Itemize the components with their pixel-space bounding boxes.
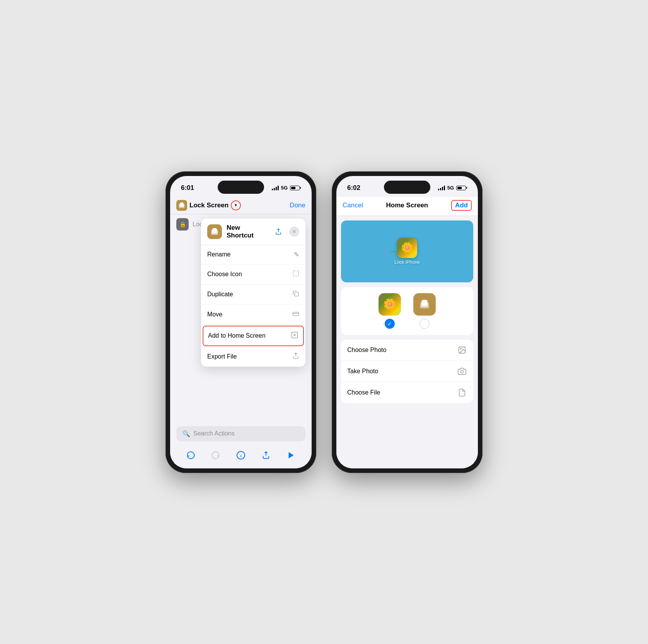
- dropdown-close-btn[interactable]: ✕: [289, 227, 299, 237]
- menu-list: Choose Photo Take Photo: [341, 340, 473, 403]
- icon-option-photo[interactable]: 🌼 ✓ →: [379, 293, 401, 329]
- export-svg: [292, 352, 299, 359]
- shortcut-thumb-svg: [419, 299, 430, 310]
- duplicate-svg: [292, 290, 299, 297]
- icon-option-shortcut[interactable]: [413, 293, 436, 329]
- menu-row-choose-photo[interactable]: Choose Photo: [341, 340, 473, 361]
- dropdown-item-add-home[interactable]: Add to Home Screen: [203, 326, 304, 346]
- radio-empty[interactable]: [419, 319, 430, 329]
- move-label: Move: [207, 311, 222, 318]
- choose-photo-label: Choose Photo: [347, 347, 386, 354]
- take-photo-icon: [457, 366, 467, 376]
- preview-app-label: Lock iPhone: [394, 260, 420, 265]
- svg-rect-2: [180, 202, 184, 206]
- camera-icon-svg: [458, 367, 466, 376]
- rename-label: Rename: [207, 251, 230, 258]
- share-btn[interactable]: [259, 448, 273, 462]
- choose-file-icon: [457, 388, 467, 398]
- bar2b: [440, 188, 441, 190]
- dropdown-item-move[interactable]: Move: [201, 305, 305, 325]
- menu-row-take-photo[interactable]: Take Photo: [341, 361, 473, 382]
- photo-icon-svg: [458, 346, 466, 354]
- undo-btn[interactable]: [184, 448, 198, 462]
- svg-point-20: [460, 348, 461, 349]
- choose-icon-svg: [292, 270, 299, 277]
- dropdown-share-btn[interactable]: [272, 225, 285, 238]
- preview-area: 🌼 Lock iPhone →: [341, 220, 473, 282]
- bar4b: [444, 186, 445, 190]
- status-time-1: 6:01: [181, 184, 194, 192]
- nav-add-btn[interactable]: Add: [451, 200, 472, 211]
- redo-btn[interactable]: [209, 448, 223, 462]
- bar3: [276, 187, 277, 190]
- svg-rect-6: [293, 271, 298, 276]
- status-time-2: 6:02: [347, 184, 360, 192]
- dropdown-item-rename[interactable]: Rename ✎: [201, 245, 305, 265]
- dropdown-item-export[interactable]: Export File: [201, 347, 305, 367]
- dropdown-header: New Shortcut ✕: [201, 219, 305, 245]
- phone1-content: Lock Screen ▾ Done 🔒 Loc…: [170, 197, 312, 468]
- red-arrow-radio: →: [382, 319, 389, 328]
- nav-bar-1: Lock Screen ▾ Done: [170, 197, 312, 214]
- nav-title-row: Lock Screen ▾: [176, 200, 241, 211]
- svg-rect-8: [293, 312, 299, 316]
- nav-done-btn[interactable]: Done: [290, 202, 305, 209]
- status-icons-2: 5G: [438, 185, 467, 191]
- bar4: [278, 186, 279, 190]
- search-bar[interactable]: 🔍 Search Actions: [176, 426, 305, 441]
- svg-rect-18: [422, 300, 427, 306]
- signal-label-1: 5G: [281, 185, 288, 191]
- svg-rect-7: [295, 292, 298, 296]
- svg-rect-5: [213, 228, 217, 232]
- phone-2: 6:02 5G Cance: [332, 171, 483, 473]
- add-home-icon: [291, 331, 298, 341]
- red-arrow-preview: →: [389, 246, 397, 256]
- choose-file-label: Choose File: [347, 389, 380, 396]
- play-icon: [287, 451, 295, 460]
- bar3b: [442, 187, 443, 190]
- battery-1: [290, 186, 301, 190]
- signal-bars-2: [438, 186, 445, 190]
- redo-icon: [211, 451, 220, 460]
- search-placeholder: Search Actions: [193, 430, 235, 437]
- share-icon: [275, 228, 282, 235]
- dropdown-item-duplicate[interactable]: Duplicate: [201, 285, 305, 305]
- nav-chevron[interactable]: ▾: [231, 200, 241, 210]
- bar1: [272, 189, 273, 190]
- signal-bars-1: [272, 186, 279, 190]
- dropdown-menu: New Shortcut ✕ Rename ✎ Choose Icon: [201, 219, 305, 367]
- move-svg: [292, 310, 299, 317]
- choose-photo-icon: [457, 345, 467, 355]
- menu-row-choose-file[interactable]: Choose File: [341, 382, 473, 403]
- dropdown-item-choose-icon[interactable]: Choose Icon: [201, 265, 305, 285]
- signal-label-2: 5G: [447, 185, 454, 191]
- move-icon: [292, 310, 299, 319]
- choose-icon-label: Choose Icon: [207, 271, 242, 278]
- nav-bar-2: Cancel Home Screen Add: [336, 197, 478, 216]
- info-btn[interactable]: [234, 448, 248, 462]
- status-icons-1: 5G: [272, 185, 301, 191]
- preview-icon-wrap: 🌼 Lock iPhone: [394, 238, 420, 265]
- add-home-svg: [291, 331, 298, 339]
- shortcut-icon-large: [207, 224, 222, 239]
- bottom-toolbar: [170, 448, 312, 462]
- nav-title-2: Home Screen: [386, 202, 428, 209]
- take-photo-label: Take Photo: [347, 368, 378, 375]
- phone-1: 6:01 5G: [165, 171, 316, 473]
- flower-thumbnail: 🌼: [397, 238, 417, 258]
- lock-icon: 🔒: [176, 218, 189, 231]
- svg-point-21: [460, 370, 463, 373]
- shortcut-layers-svg: [178, 202, 185, 209]
- undo-icon: [186, 451, 195, 460]
- bar1b: [438, 189, 439, 190]
- phone2-content: Cancel Home Screen Add 🌼 Lock iPhone →: [336, 197, 478, 468]
- duplicate-icon: [292, 290, 299, 299]
- preview-app-icon: 🌼: [397, 238, 417, 258]
- shortcut-thumb: [413, 293, 436, 316]
- play-btn[interactable]: [284, 448, 298, 462]
- icon-thumb-photo: 🌼: [379, 293, 401, 316]
- export-label: Export File: [207, 353, 237, 360]
- shortcut-icon-svg: [210, 227, 219, 236]
- nav-cancel-btn[interactable]: Cancel: [343, 202, 363, 209]
- flower-thumb: 🌼: [379, 293, 401, 316]
